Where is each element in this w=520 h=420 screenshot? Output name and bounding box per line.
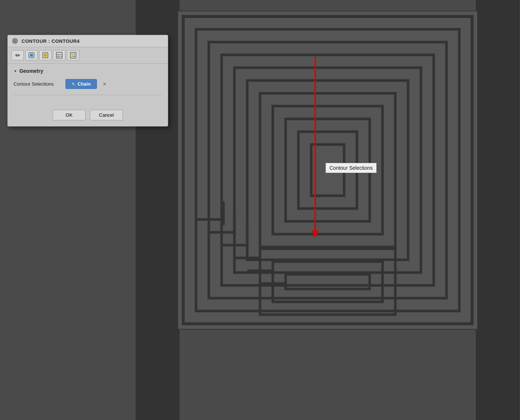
ok-label: OK xyxy=(66,112,73,118)
svg-rect-28 xyxy=(30,54,33,57)
cancel-label: Cancel xyxy=(99,112,114,118)
maze-area: Contour Selections xyxy=(135,0,520,420)
toolbar-table-button[interactable] xyxy=(53,50,65,60)
dialog-footer: OK Cancel xyxy=(8,107,168,126)
contour-dialog: – CONTOUR : CONTOUR4 ✏ ▼ Geometry Contou… xyxy=(7,35,168,127)
ok-button[interactable]: OK xyxy=(53,110,86,120)
contour-selections-label: Contour Selections xyxy=(14,81,61,87)
svg-rect-31 xyxy=(56,52,62,58)
chain-button[interactable]: ↖ Chain xyxy=(65,79,97,89)
dialog-titlebar: – CONTOUR : CONTOUR4 xyxy=(8,35,168,47)
clear-icon: × xyxy=(103,81,106,87)
svg-rect-37 xyxy=(74,53,75,55)
dialog-close-button[interactable]: – xyxy=(12,38,18,44)
svg-rect-35 xyxy=(70,52,76,58)
toolbar-pencil-button[interactable]: ✏ xyxy=(11,50,24,60)
red-arrow-head xyxy=(312,230,319,238)
toolbar-box-button[interactable] xyxy=(39,50,52,60)
clear-selection-button[interactable]: × xyxy=(101,80,108,88)
svg-rect-36 xyxy=(71,53,73,55)
dialog-toolbar: ✏ xyxy=(8,47,168,64)
close-icon: – xyxy=(14,39,16,43)
contour-selections-tooltip: Contour Selections xyxy=(325,163,377,173)
svg-rect-38 xyxy=(71,56,73,57)
chain-button-label: Chain xyxy=(78,81,91,87)
maze-svg xyxy=(135,0,520,420)
red-selection-line xyxy=(314,57,316,236)
dialog-body: ▼ Geometry Contour Selections ↖ Chain × xyxy=(8,64,168,107)
tooltip-text: Contour Selections xyxy=(329,165,373,171)
cancel-button[interactable]: Cancel xyxy=(90,110,123,120)
svg-rect-2 xyxy=(476,0,520,420)
cursor-icon: ↖ xyxy=(72,82,75,87)
svg-rect-39 xyxy=(74,56,75,57)
dialog-title: CONTOUR : CONTOUR4 xyxy=(22,38,80,44)
contour-selections-row: Contour Selections ↖ Chain × xyxy=(14,79,162,95)
toolbar-select-button[interactable] xyxy=(25,50,38,60)
section-collapse-arrow[interactable]: ▼ xyxy=(14,69,17,73)
geometry-label: Geometry xyxy=(19,68,43,74)
svg-rect-30 xyxy=(44,54,47,57)
geometry-section-header: ▼ Geometry xyxy=(14,68,162,74)
toolbar-grid-button[interactable] xyxy=(67,50,79,60)
